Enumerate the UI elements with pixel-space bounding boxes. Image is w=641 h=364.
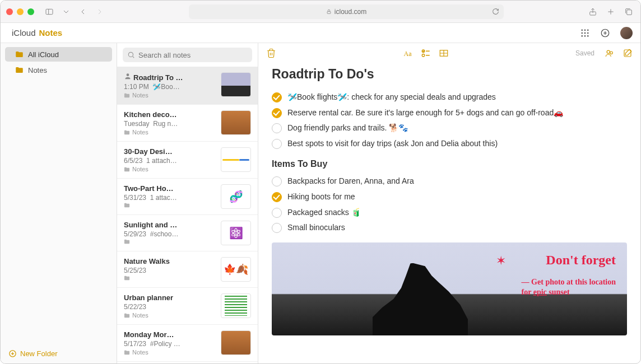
- checkbox[interactable]: [272, 108, 282, 118]
- checklist-item[interactable]: Small binoculars: [272, 220, 627, 236]
- fullscreen-window-button[interactable]: [27, 8, 34, 15]
- new-tab-icon[interactable]: [605, 6, 617, 18]
- note-item-subtitle: 5/29/23 #schoo…: [124, 230, 215, 238]
- svg-point-32: [610, 52, 613, 54]
- chevron-down-icon[interactable]: [60, 6, 72, 18]
- note-item-subtitle: Tuesday Rug n…: [124, 120, 215, 128]
- note-item-folder: Notes: [124, 92, 215, 99]
- notes-list[interactable]: Roadtrip To …1:10 PM 🛩️Boo…NotesKitchen …: [117, 67, 258, 363]
- note-list-item[interactable]: Nature Walks5/25/23 🍁🍂: [117, 251, 258, 288]
- note-list-item[interactable]: Sunlight and …5/29/23 #schoo…⚛️: [117, 215, 258, 251]
- checkbox[interactable]: [272, 92, 282, 102]
- checkbox[interactable]: [272, 192, 282, 202]
- star-annotation-icon: ✶: [496, 254, 506, 268]
- table-icon[interactable]: [439, 48, 449, 58]
- note-item-title: Urban planner: [124, 293, 215, 302]
- note-list-item[interactable]: Urban planner5/22/23 Notes: [117, 288, 258, 325]
- note-list-item[interactable]: Monday Mor…5/17/23 #Policy …Notes: [117, 325, 258, 362]
- svg-point-8: [584, 29, 586, 30]
- checklist-text: Small binoculars: [287, 222, 345, 234]
- checkbox[interactable]: [272, 139, 282, 149]
- minimize-window-button[interactable]: [17, 8, 24, 15]
- folder-icon: [124, 93, 130, 98]
- folder-label: All iCloud: [28, 50, 59, 59]
- app-header: iCloud Notes: [1, 23, 640, 43]
- checklist-item[interactable]: Best spots to visit for day trips (ask J…: [272, 136, 627, 152]
- checklist-item[interactable]: Hiking boots for me: [272, 189, 627, 205]
- checklist-item[interactable]: Dog friendly parks and trails. 🐕🐾: [272, 120, 627, 136]
- sidebar-toggle-icon[interactable]: [43, 6, 55, 18]
- note-list-item[interactable]: Kitchen deco…Tuesday Rug n…Notes: [117, 105, 258, 142]
- note-list-item[interactable]: Roadtrip To …1:10 PM 🛩️Boo…Notes: [117, 67, 258, 105]
- svg-rect-6: [627, 10, 632, 15]
- checklist-item[interactable]: Packaged snacks 🧃: [272, 205, 627, 221]
- note-list-item[interactable]: 30-Day Desi…6/5/23 1 attach…Notes: [117, 142, 258, 179]
- note-item-title: Sunlight and …: [124, 221, 215, 229]
- browser-chrome: icloud.com: [1, 1, 640, 23]
- address-text: icloud.com: [335, 8, 366, 16]
- compose-icon[interactable]: [623, 48, 633, 58]
- note-thumbnail: 🧬: [221, 184, 251, 209]
- folder-icon: [124, 350, 130, 355]
- checklist-item[interactable]: 🛩️Book flights🛩️: check for any special …: [272, 90, 627, 105]
- app-brand[interactable]: iCloud Notes: [8, 28, 62, 38]
- note-item-subtitle: 5/22/23: [124, 303, 215, 311]
- note-item-subtitle: 1:10 PM 🛩️Boo…: [124, 83, 215, 91]
- checklist-text: Reserve rental car. Be sure it's large e…: [287, 108, 563, 119]
- note-item-subtitle: 6/5/23 1 attach…: [124, 157, 215, 165]
- collaborate-icon[interactable]: [605, 48, 615, 58]
- svg-point-31: [607, 50, 610, 53]
- note-thumbnail: [221, 72, 251, 97]
- close-window-button[interactable]: [6, 8, 13, 15]
- note-toolbar: Aa Saved: [258, 43, 640, 63]
- brand-icloud: iCloud: [12, 28, 36, 38]
- folder-icon: [15, 51, 24, 58]
- note-thumbnail: [221, 147, 251, 172]
- folder-notes[interactable]: Notes: [5, 63, 112, 77]
- folder-icon: [124, 203, 130, 208]
- folder-all-icloud[interactable]: All iCloud: [5, 47, 112, 62]
- format-icon[interactable]: Aa: [403, 48, 413, 58]
- svg-point-14: [584, 35, 586, 36]
- note-list-item[interactable]: Two-Part Ho…5/31/23 1 attac…🧬: [117, 179, 258, 215]
- checkbox[interactable]: [272, 176, 282, 186]
- apps-grid-icon[interactable]: [580, 28, 590, 38]
- share-icon[interactable]: [587, 6, 599, 18]
- checkbox[interactable]: [272, 223, 282, 233]
- cyclist-silhouette: [373, 263, 468, 335]
- note-item-subtitle: 5/25/23: [124, 267, 215, 274]
- new-folder-button[interactable]: New Folder: [1, 344, 117, 363]
- window-controls: [6, 8, 34, 15]
- account-avatar[interactable]: [620, 27, 633, 39]
- note-title: Roadtrip To Do's: [272, 67, 627, 82]
- shared-icon: [124, 72, 132, 80]
- folders-sidebar: All iCloud Notes New Folder: [1, 43, 117, 363]
- note-item-title: Two-Part Ho…: [124, 184, 215, 193]
- note-item-folder: Notes: [124, 349, 215, 356]
- note-attachment-image[interactable]: ✶ Don't forget — Get photo at this locat…: [272, 242, 627, 335]
- checklist-item[interactable]: Backpacks for Daren, Anna, and Ara: [272, 174, 627, 189]
- forward-button[interactable]: [94, 6, 106, 18]
- checklist-item[interactable]: Reserve rental car. Be sure it's large e…: [272, 105, 627, 121]
- svg-point-9: [587, 29, 588, 30]
- svg-point-13: [582, 35, 583, 36]
- checkbox[interactable]: [272, 208, 282, 218]
- note-body[interactable]: Roadtrip To Do's 🛩️Book flights🛩️: check…: [258, 63, 640, 363]
- search-input[interactable]: [123, 48, 252, 62]
- checklist-text: Hiking boots for me: [287, 192, 355, 203]
- plus-circle-icon: [8, 349, 17, 358]
- address-bar[interactable]: icloud.com: [189, 4, 504, 19]
- trash-icon[interactable]: [266, 48, 276, 58]
- note-item-title: Kitchen deco…: [124, 110, 215, 119]
- tabs-icon[interactable]: [623, 6, 635, 18]
- notes-list-column: Roadtrip To …1:10 PM 🛩️Boo…NotesKitchen …: [117, 43, 258, 363]
- back-button[interactable]: [77, 6, 89, 18]
- checkbox[interactable]: [272, 123, 282, 133]
- reload-icon[interactable]: [492, 8, 499, 15]
- note-thumbnail: [221, 110, 251, 135]
- note-item-folder: Notes: [124, 312, 215, 319]
- checklist-icon[interactable]: [421, 48, 431, 58]
- svg-point-10: [582, 32, 583, 33]
- folder-icon: [124, 167, 130, 172]
- create-icon[interactable]: [600, 28, 610, 38]
